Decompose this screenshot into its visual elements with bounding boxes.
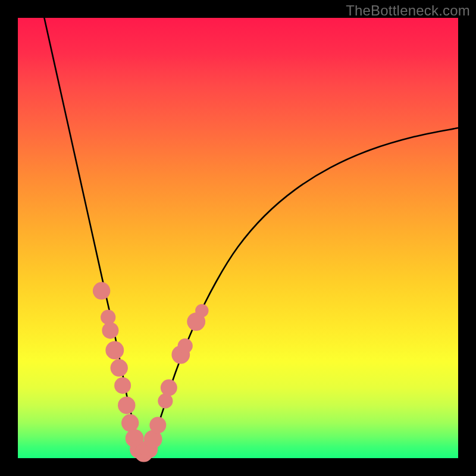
data-marker	[118, 397, 135, 414]
watermark-text: TheBottleneck.com	[346, 2, 470, 19]
data-marker	[121, 414, 139, 431]
data-marker	[161, 380, 177, 396]
chart-frame: TheBottleneck.com	[0, 0, 476, 476]
data-marker	[93, 282, 110, 299]
chart-svg	[18, 18, 458, 458]
data-marker	[105, 341, 124, 359]
data-marker	[114, 377, 131, 394]
plot-area	[18, 18, 458, 458]
marker-group	[93, 282, 209, 462]
bottleneck-curve	[44, 18, 458, 454]
data-marker	[178, 339, 193, 353]
data-marker	[102, 322, 118, 339]
data-marker	[111, 359, 128, 377]
data-marker	[149, 417, 166, 434]
data-marker	[195, 304, 208, 317]
